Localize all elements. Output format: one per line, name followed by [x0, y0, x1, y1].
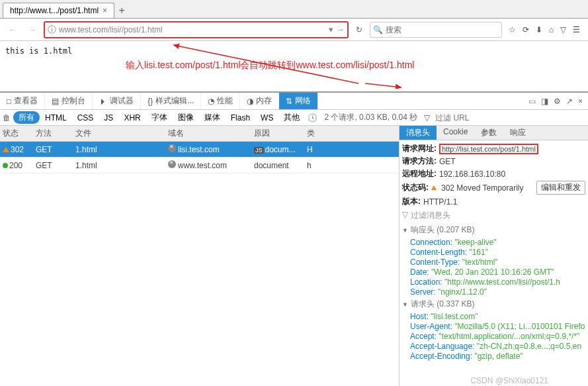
- trash-icon[interactable]: 🗑: [0, 113, 13, 122]
- sync-icon[interactable]: ⟳: [523, 25, 529, 34]
- network-table-header: 状态 方法 文件 域名 原因 类: [0, 126, 399, 142]
- devtools-panel: □查看器 ▤控制台 ⏵调试器 {}样式编辑... ◔性能 ◑内存 ⇅网络 ▭ ◨…: [0, 91, 588, 386]
- split-icon[interactable]: ◨: [541, 97, 548, 106]
- toolbar-icons: ☆ ⟳ ⬇ ⌂ ▽ ☰: [505, 25, 584, 34]
- filter-other[interactable]: 其他: [278, 111, 305, 124]
- col-domain[interactable]: 域名: [165, 128, 251, 139]
- header-line: Accept: "text/html,application/...on/xml…: [410, 332, 585, 341]
- bookmark-star-icon[interactable]: ☆: [509, 25, 516, 34]
- filter-xhr[interactable]: XHR: [118, 113, 146, 123]
- settings-icon[interactable]: ⚙: [554, 97, 561, 106]
- detail-tab-headers[interactable]: 消息头: [399, 126, 437, 140]
- detail-tab-params[interactable]: 参数: [474, 126, 503, 140]
- close-tab-icon[interactable]: ×: [103, 6, 107, 15]
- filter-icon: ▽: [402, 210, 408, 221]
- go-arrow-icon[interactable]: →: [336, 24, 345, 34]
- remote-label: 远程地址:: [402, 168, 437, 179]
- insecure-icon: [168, 160, 176, 168]
- filter-url-input[interactable]: [433, 113, 588, 122]
- dock-icon[interactable]: ▭: [528, 97, 536, 106]
- url-input[interactable]: [59, 25, 326, 34]
- new-tab-button[interactable]: +: [114, 5, 129, 18]
- req-url-value: http://lisi.test.com/post/1.html: [439, 144, 538, 154]
- close-devtools-icon[interactable]: ×: [578, 97, 583, 106]
- edit-resend-button[interactable]: 编辑和重发: [536, 181, 585, 195]
- header-line: Location: "http://www.test.com/lisi//pos…: [410, 277, 585, 287]
- filter-font[interactable]: 字体: [146, 111, 173, 124]
- header-line: User-Agent: "Mozilla/5.0 (X11; Li...0100…: [410, 322, 585, 331]
- response-headers-section[interactable]: ▼响应头 (0.207 KB): [402, 224, 585, 236]
- status-triangle-icon: [431, 185, 437, 190]
- network-body: 状态 方法 文件 域名 原因 类 302 GET 1.html lisi.tes…: [0, 126, 588, 386]
- home-icon[interactable]: ⌂: [549, 25, 554, 34]
- insecure-icon: [168, 144, 176, 152]
- search-input[interactable]: [386, 25, 499, 34]
- col-cause[interactable]: 原因: [251, 128, 304, 139]
- url-bar: ← → ⓘ ▾ → ↻ 🔍 ☆ ⟳ ⬇ ⌂ ▽ ☰: [0, 19, 588, 41]
- request-headers-section[interactable]: ▼请求头 (0.337 KB): [402, 299, 585, 310]
- detail-tabs: 消息头 Cookie 参数 响应: [399, 126, 588, 140]
- search-icon: 🔍: [373, 25, 383, 34]
- header-line: Content-Type: "text/html": [410, 258, 585, 267]
- req-method-label: 请求方法:: [402, 156, 437, 167]
- header-line: Content-Length: "161": [410, 248, 585, 257]
- devtools-tab-memory[interactable]: ◑内存: [240, 93, 279, 109]
- filter-all[interactable]: 所有: [13, 111, 40, 124]
- req-method-value: GET: [439, 157, 456, 166]
- back-button[interactable]: ←: [4, 21, 21, 38]
- table-row[interactable]: 200 GET 1.html www.test.com document h: [0, 158, 399, 173]
- filter-img[interactable]: 图像: [173, 111, 199, 124]
- devtools-tab-style[interactable]: {}样式编辑...: [141, 93, 201, 109]
- header-line: Date: "Wed, 20 Jan 2021 10:16:26 GMT": [410, 267, 585, 277]
- filter-css[interactable]: CSS: [72, 113, 99, 123]
- filter-flash[interactable]: Flash: [226, 113, 255, 123]
- info-icon[interactable]: ⓘ: [48, 24, 56, 36]
- header-line: Host: "lisi.test.com": [410, 312, 585, 321]
- filter-js[interactable]: JS: [99, 113, 118, 123]
- browser-tab[interactable]: http://www.t.../post/1.html ×: [3, 3, 114, 18]
- forward-button[interactable]: →: [24, 21, 41, 38]
- filter-headers-label[interactable]: 过滤消息头: [411, 210, 450, 221]
- download-icon[interactable]: ⬇: [536, 25, 542, 34]
- watermark: CSDN @ShiXiao0121: [470, 376, 548, 385]
- req-url-label: 请求网址:: [402, 143, 437, 154]
- col-file[interactable]: 文件: [73, 128, 165, 139]
- devtools-toolbar: □查看器 ▤控制台 ⏵调试器 {}样式编辑... ◔性能 ◑内存 ⇅网络 ▭ ◨…: [0, 93, 588, 110]
- detail-tab-response[interactable]: 响应: [503, 126, 532, 140]
- js-badge: JS: [254, 147, 264, 154]
- devtools-tab-console[interactable]: ▤控制台: [45, 93, 93, 109]
- devtools-tab-perf[interactable]: ◔性能: [201, 93, 240, 109]
- detail-body: 请求网址:http://lisi.test.com/post/1.html 请求…: [399, 140, 588, 386]
- annotation-text: 输入lisi.test.com/post/1.html会自动跳转到www.tes…: [126, 60, 414, 72]
- tab-title: http://www.t.../post/1.html: [10, 6, 99, 15]
- popout-icon[interactable]: ↗: [566, 97, 573, 106]
- devtools-tab-debugger[interactable]: ⏵调试器: [93, 93, 141, 109]
- status-label: 状态码:: [402, 182, 429, 193]
- filter-ws[interactable]: WS: [255, 113, 278, 123]
- filter-html[interactable]: HTML: [40, 113, 72, 123]
- dropdown-icon[interactable]: ▾: [329, 24, 333, 34]
- filter-media[interactable]: 媒体: [199, 111, 226, 124]
- header-line: Connection: "keep-alive": [410, 238, 585, 247]
- reload-button[interactable]: ↻: [351, 25, 367, 34]
- svg-line-1: [365, 83, 401, 87]
- search-box: 🔍: [370, 22, 502, 38]
- request-detail-panel: 消息头 Cookie 参数 响应 请求网址:http://lisi.test.c…: [399, 126, 588, 386]
- network-summary: 2 个请求, 0.03 KB, 0.04 秒: [320, 112, 421, 123]
- remote-value: 192.168.163.10:80: [439, 169, 505, 179]
- network-request-table: 状态 方法 文件 域名 原因 类 302 GET 1.html lisi.tes…: [0, 126, 399, 386]
- url-input-container: ⓘ ▾ →: [44, 21, 349, 38]
- detail-tab-cookies[interactable]: Cookie: [437, 126, 474, 140]
- menu-icon[interactable]: ☰: [573, 25, 580, 34]
- col-method[interactable]: 方法: [33, 128, 73, 139]
- devtools-tab-inspector[interactable]: □查看器: [0, 93, 45, 109]
- col-type[interactable]: 类: [304, 128, 317, 139]
- pocket-icon[interactable]: ▽: [560, 25, 566, 34]
- table-row[interactable]: 302 GET 1.html lisi.test.com JSdocum... …: [0, 142, 399, 158]
- devtools-tab-network[interactable]: ⇅网络: [279, 93, 318, 109]
- status-value: 302 Moved Temporarily: [441, 183, 524, 193]
- col-status[interactable]: 状态: [0, 128, 33, 139]
- status-icon: [3, 147, 9, 152]
- version-label: 版本:: [402, 196, 421, 207]
- header-line: Server: "nginx/1.12.0": [410, 287, 585, 297]
